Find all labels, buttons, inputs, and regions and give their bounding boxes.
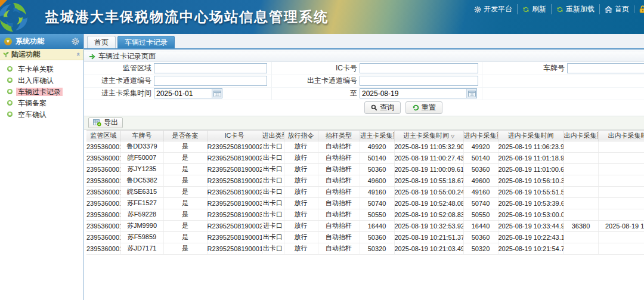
sidebar-item[interactable]: 车卡单关联	[0, 63, 83, 75]
table-row[interactable]: 2395360001苏F59859是R239525081900019出卡口放行自…	[86, 231, 644, 243]
calendar-icon[interactable]	[212, 89, 222, 98]
table-cell: 是	[163, 243, 207, 254]
export-button[interactable]: 导出	[88, 117, 123, 128]
page-header-title: 车辆过卡记录页面	[98, 51, 156, 61]
table-cell: 是	[163, 163, 207, 175]
table-cell: 自动抬杆	[318, 152, 360, 163]
table-cell	[598, 152, 644, 163]
in-channel-input[interactable]	[154, 76, 267, 86]
tab[interactable]: 首页	[87, 36, 116, 48]
table-cell: 自动抬杆	[318, 243, 360, 254]
sort-desc-icon: ▽	[451, 134, 454, 139]
nav-lock[interactable]	[634, 5, 644, 13]
nav-dev-platform[interactable]: 开发平台	[469, 4, 517, 14]
column-header[interactable]: 是否备案	[163, 130, 207, 141]
table-row[interactable]: 2395360001苏FE1527是R239525081900033出卡口放行自…	[86, 197, 644, 209]
nav-refresh[interactable]: 刷新	[517, 4, 551, 14]
table-cell: 50360	[463, 163, 498, 175]
reset-button[interactable]: 重置	[405, 101, 442, 114]
in-channel-label: 进主卡通道编号	[84, 75, 154, 87]
column-header[interactable]: 放行指令	[284, 130, 318, 141]
table-row[interactable]: 2395360001皖SE6315是R239525081900023出卡口放行自…	[86, 186, 644, 197]
column-header[interactable]: 进内卡采集时间	[498, 130, 564, 141]
column-header[interactable]: 进出类型	[262, 130, 284, 141]
column-header[interactable]: IC卡号	[207, 130, 262, 141]
table-row[interactable]: 2395360001鲁DC5382是R239525081900021出卡口放行自…	[86, 175, 644, 186]
table-cell: 2395360001	[86, 231, 120, 243]
table-cell: 放行	[284, 141, 318, 152]
column-header[interactable]: 出内卡采集重量	[564, 130, 598, 141]
column-header[interactable]: 监管区域	[86, 130, 120, 141]
nav-reload[interactable]: 重新加载	[551, 4, 599, 14]
table-cell: 放行	[284, 220, 318, 231]
table-cell: 2025-08-19 11:01:00.637	[498, 163, 564, 175]
table-row[interactable]: 2395360001苏JM9990是R239525081900029进卡口放行自…	[86, 220, 644, 231]
sidebar-item[interactable]: 车辆备案	[0, 97, 83, 109]
time-to-input[interactable]	[360, 89, 466, 98]
grid-header-row: 监管区域车牌号是否备案IC卡号进出类型放行指令抬杆类型进主卡采集重量进主卡采集时…	[86, 130, 644, 141]
table-cell	[598, 163, 644, 175]
column-header[interactable]: 进内卡采集重量	[463, 130, 498, 141]
query-button[interactable]: 查询	[364, 101, 401, 114]
table-cell: 50740	[463, 197, 498, 209]
plate-input[interactable]	[567, 63, 644, 73]
ic-card-input[interactable]	[360, 63, 478, 73]
sidebar-item[interactable]: 空车确认	[0, 109, 83, 120]
sidebar-title: 系统功能	[16, 36, 68, 47]
nav-label: 刷新	[532, 4, 546, 14]
search-form: 监管区域 IC卡号 车牌号 进主卡通道编号 出主卡通道编号 进主卡采集时间	[84, 62, 644, 100]
table-cell: 苏F59228	[120, 209, 163, 220]
table-cell: R239525081900032	[207, 209, 262, 220]
out-channel-input[interactable]	[360, 76, 478, 86]
table-cell: R239525081900021	[207, 175, 262, 186]
gear-icon[interactable]	[72, 38, 79, 45]
sidebar-item[interactable]: 出入库确认	[0, 75, 83, 86]
item-dot-icon	[7, 112, 13, 117]
table-cell: 49920	[360, 141, 394, 152]
table-cell: R239525081900020	[207, 163, 262, 175]
column-header[interactable]: 进主卡采集重量	[360, 130, 394, 141]
item-dot-icon	[7, 89, 13, 94]
column-header[interactable]: 出内卡采集时间	[598, 130, 644, 141]
undo-arrow-icon	[412, 104, 419, 111]
table-cell: 放行	[284, 243, 318, 254]
column-header[interactable]: 进主卡采集时间▽	[394, 130, 463, 141]
column-header[interactable]: 车牌号	[120, 130, 163, 141]
table-cell: 鲁DD3379	[120, 141, 163, 152]
table-row[interactable]: 2395360001鲁DD3379是R239525081900024出卡口放行自…	[86, 141, 644, 152]
table-row[interactable]: 2395360001苏JD7171是R239525081900015出卡口放行自…	[86, 243, 644, 254]
table-cell	[564, 209, 598, 220]
collapse-icon[interactable]: «	[75, 52, 82, 56]
sprout-icon	[3, 51, 9, 58]
region-input[interactable]	[154, 63, 267, 73]
column-header[interactable]: 抬杆类型	[318, 130, 360, 141]
time-from-input[interactable]	[154, 89, 212, 98]
table-row[interactable]: 2395360001苏JY1235是R239525081900020出卡口放行自…	[86, 163, 644, 175]
table-row[interactable]: 2395360001皖F50007是R239525081900022出卡口放行自…	[86, 152, 644, 163]
table-cell: 皖SE6315	[120, 186, 163, 197]
table-cell: 鲁DC5382	[120, 175, 163, 186]
calendar-icon[interactable]	[466, 89, 476, 98]
table-cell: R239525081900033	[207, 197, 262, 209]
table-cell: R239525081900023	[207, 186, 262, 197]
home-icon	[605, 6, 612, 13]
table-cell: 2395360001	[86, 141, 120, 152]
table-cell	[564, 141, 598, 152]
sidebar-item-label: 车卡单关联	[16, 65, 55, 73]
table-cell: 自动抬杆	[318, 186, 360, 197]
sidebar-section-land-transport[interactable]: 陆运功能 «	[0, 49, 83, 60]
nav-home[interactable]: 首页	[599, 4, 634, 14]
arrow-right-icon	[89, 54, 95, 60]
table-row[interactable]: 2395360001苏F59228是R239525081900032出卡口放行自…	[86, 209, 644, 220]
region-label: 监管区域	[84, 62, 154, 75]
plate-label: 车牌号	[482, 62, 567, 75]
sidebar-item[interactable]: 车辆过卡记录	[0, 86, 83, 97]
sidebar-item-label: 车辆过卡记录	[16, 88, 63, 96]
table-cell: 出卡口	[262, 175, 284, 186]
table-cell: 出卡口	[262, 197, 284, 209]
sidebar-header: ▼ 系统功能	[0, 34, 83, 49]
chevron-down-icon[interactable]: ▼	[4, 38, 12, 45]
table-cell	[598, 141, 644, 152]
tab[interactable]: 车辆过卡记录	[117, 36, 175, 48]
table-cell: 是	[163, 231, 207, 243]
